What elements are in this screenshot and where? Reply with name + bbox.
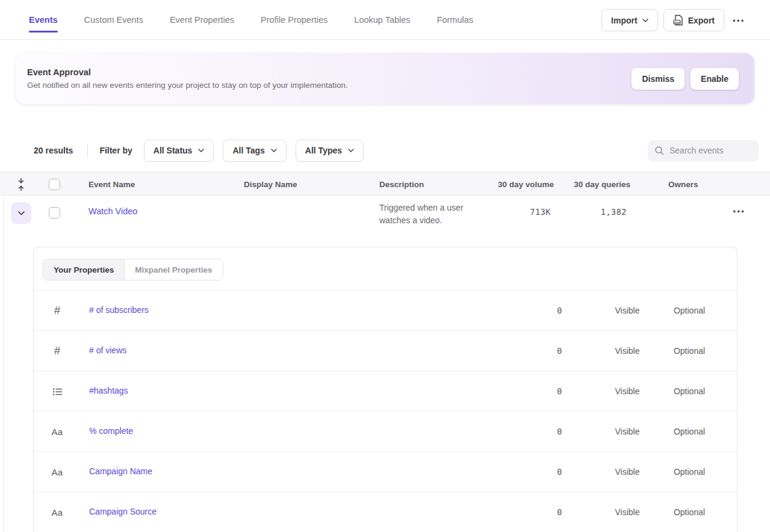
property-requirement: Optional bbox=[659, 507, 719, 517]
property-requirement: Optional bbox=[659, 306, 719, 315]
collapse-all-icon[interactable] bbox=[17, 172, 25, 196]
hash-icon: # bbox=[48, 331, 67, 371]
results-count: 20 results bbox=[34, 146, 73, 155]
enable-button[interactable]: Enable bbox=[691, 68, 739, 90]
property-count: 0 bbox=[484, 386, 562, 396]
property-visibility: Visible bbox=[597, 386, 657, 396]
divider bbox=[87, 144, 88, 157]
property-requirement: Optional bbox=[659, 467, 719, 477]
text-type-icon: Aa bbox=[48, 412, 67, 452]
tab-mixpanel-properties[interactable]: Mixpanel Properties bbox=[124, 259, 222, 280]
export-button-label: Export bbox=[688, 16, 715, 25]
property-count: 0 bbox=[484, 427, 562, 436]
tab-events[interactable]: Events bbox=[29, 0, 58, 40]
text-type-icon: Aa bbox=[48, 452, 67, 492]
tab-formulas[interactable]: Formulas bbox=[437, 0, 473, 40]
event-volume: 713K bbox=[473, 207, 551, 217]
collapse-row-button[interactable] bbox=[11, 202, 31, 224]
properties-panel: Your Properties Mixpanel Properties # # … bbox=[33, 247, 737, 532]
list-icon bbox=[48, 371, 67, 412]
banner-title: Event Approval bbox=[27, 67, 348, 77]
hash-icon: # bbox=[48, 291, 67, 331]
status-filter-dropdown[interactable]: All Status bbox=[144, 140, 214, 162]
column-description: Description bbox=[379, 172, 424, 196]
chevron-down-icon bbox=[198, 149, 204, 152]
property-visibility: Visible bbox=[597, 507, 657, 517]
property-name-link[interactable]: # of subscribers bbox=[89, 305, 149, 315]
chevron-down-icon bbox=[348, 149, 354, 152]
column-queries: 30 day queries bbox=[552, 172, 630, 196]
property-row: #hashtags 0 Visible Optional bbox=[34, 371, 737, 412]
select-all-cell bbox=[49, 172, 60, 196]
chevron-down-icon bbox=[642, 19, 648, 22]
search-events-input[interactable] bbox=[669, 146, 752, 155]
property-row: # # of subscribers 0 Visible Optional bbox=[34, 291, 737, 331]
property-name-link[interactable]: # of views bbox=[89, 345, 126, 355]
row-checkbox[interactable] bbox=[49, 207, 60, 218]
tags-filter-label: All Tags bbox=[232, 146, 264, 155]
types-filter-dropdown[interactable]: All Types bbox=[296, 140, 364, 162]
events-table-header: Event Name Display Name Description 30 d… bbox=[0, 172, 770, 196]
property-requirement: Optional bbox=[659, 386, 719, 396]
search-icon bbox=[654, 146, 664, 155]
properties-list: # # of subscribers 0 Visible Optional # … bbox=[34, 290, 737, 532]
text-type-icon: Aa bbox=[48, 492, 67, 532]
property-name-link[interactable]: #hashtags bbox=[89, 386, 128, 395]
column-owners: Owners bbox=[668, 172, 698, 196]
types-filter-label: All Types bbox=[305, 146, 342, 155]
property-name-link[interactable]: Campaign Source bbox=[89, 507, 157, 516]
property-visibility: Visible bbox=[597, 427, 657, 436]
top-nav-bar: Events Custom Events Event Properties Pr… bbox=[0, 0, 770, 40]
event-approval-banner: Event Approval Get notified on all new e… bbox=[16, 53, 754, 104]
event-queries: 1,382 bbox=[548, 207, 627, 217]
property-visibility: Visible bbox=[597, 346, 657, 356]
property-row: Aa Campaign Source 0 Visible Optional bbox=[34, 492, 737, 532]
table-row-watch-video: Watch Video Triggered when a user watche… bbox=[0, 196, 770, 247]
property-visibility: Visible bbox=[597, 306, 657, 315]
property-row: Aa Campaign Name 0 Visible Optional bbox=[34, 452, 737, 492]
event-name-link[interactable]: Watch Video bbox=[88, 206, 137, 216]
property-count: 0 bbox=[484, 467, 562, 477]
properties-tab-switcher: Your Properties Mixpanel Properties bbox=[43, 259, 223, 280]
search-events-box[interactable] bbox=[648, 140, 759, 161]
banner-actions: Dismiss Enable bbox=[632, 68, 739, 90]
tab-custom-events[interactable]: Custom Events bbox=[84, 0, 143, 40]
tab-lookup-tables[interactable]: Lookup Tables bbox=[354, 0, 410, 40]
row-more-button[interactable]: ⋯ bbox=[724, 200, 753, 223]
import-button[interactable]: Import bbox=[601, 9, 658, 31]
property-count: 0 bbox=[484, 346, 562, 356]
property-count: 0 bbox=[484, 306, 562, 315]
status-filter-label: All Status bbox=[154, 146, 193, 155]
tab-profile-properties[interactable]: Profile Properties bbox=[261, 0, 328, 40]
tab-your-properties[interactable]: Your Properties bbox=[43, 259, 124, 280]
property-requirement: Optional bbox=[659, 346, 719, 356]
dismiss-button[interactable]: Dismiss bbox=[632, 68, 685, 90]
column-volume: 30 day volume bbox=[476, 172, 554, 196]
chevron-down-icon bbox=[271, 149, 277, 152]
banner-text: Event Approval Get notified on all new e… bbox=[27, 67, 348, 90]
property-name-link[interactable]: Campaign Name bbox=[89, 466, 152, 476]
column-event-name: Event Name bbox=[88, 172, 135, 196]
svg-text:csv: csv bbox=[674, 20, 680, 24]
chevron-down-icon bbox=[18, 211, 25, 215]
column-display-name: Display Name bbox=[244, 172, 297, 196]
filter-toolbar: 20 results Filter by All Status All Tags… bbox=[34, 139, 759, 162]
topbar-actions: Import csv Export ⋯ bbox=[601, 9, 747, 31]
export-button[interactable]: csv Export bbox=[663, 9, 724, 31]
select-all-checkbox[interactable] bbox=[49, 179, 60, 190]
header-more-button[interactable]: ⋯ bbox=[730, 14, 747, 26]
property-row: Aa % complete 0 Visible Optional bbox=[34, 412, 737, 452]
property-visibility: Visible bbox=[597, 467, 657, 477]
property-row: # # of views 0 Visible Optional bbox=[34, 331, 737, 371]
property-name-link[interactable]: % complete bbox=[89, 426, 133, 436]
banner-description: Get notified on all new events entering … bbox=[27, 81, 348, 90]
event-description: Triggered when a user watches a video. bbox=[379, 202, 488, 227]
tab-event-properties[interactable]: Event Properties bbox=[170, 0, 234, 40]
expanded-row-outline bbox=[3, 196, 4, 532]
filter-by-label: Filter by bbox=[99, 146, 132, 155]
property-count: 0 bbox=[484, 507, 562, 517]
lexicon-events-page: Events Custom Events Event Properties Pr… bbox=[0, 0, 770, 532]
import-button-label: Import bbox=[611, 16, 638, 25]
property-requirement: Optional bbox=[659, 427, 719, 436]
tags-filter-dropdown[interactable]: All Tags bbox=[223, 140, 286, 162]
